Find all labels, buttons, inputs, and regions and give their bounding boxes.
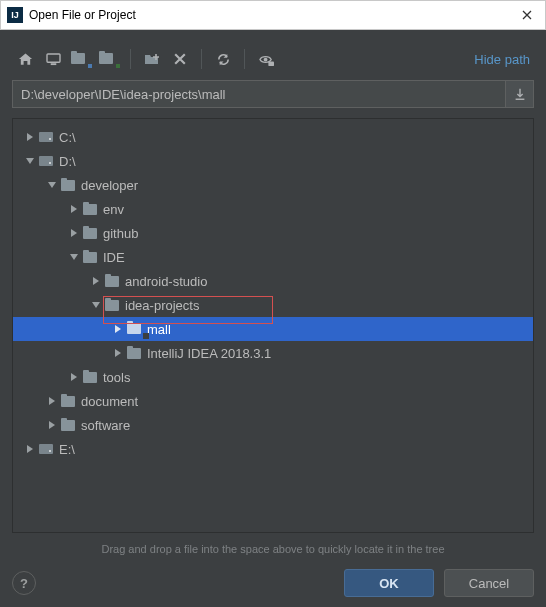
- tree-row-env[interactable]: env: [13, 197, 533, 221]
- folder-icon: [127, 348, 141, 359]
- new-folder-icon[interactable]: [139, 46, 165, 72]
- file-tree[interactable]: C:\ D:\ developer env github IDE: [12, 118, 534, 533]
- tree-row-intellij[interactable]: IntelliJ IDEA 2018.3.1: [13, 341, 533, 365]
- chevron-down-icon[interactable]: [69, 252, 79, 262]
- folder-icon: [83, 372, 97, 383]
- dialog-buttons: ? OK Cancel: [12, 569, 534, 597]
- chevron-right-icon[interactable]: [91, 276, 101, 286]
- folder-icon: [61, 180, 75, 191]
- chevron-right-icon[interactable]: [47, 396, 57, 406]
- svg-rect-0: [47, 53, 60, 61]
- chevron-down-icon[interactable]: [91, 300, 101, 310]
- history-dropdown-button[interactable]: [506, 80, 534, 108]
- chevron-right-icon[interactable]: [113, 324, 123, 334]
- folder-icon: [61, 396, 75, 407]
- folder-icon: [127, 323, 141, 334]
- desktop-icon[interactable]: [40, 46, 66, 72]
- tree-row-e[interactable]: E:\: [13, 437, 533, 461]
- tree-row-tools[interactable]: tools: [13, 365, 533, 389]
- window-title: Open File or Project: [29, 8, 515, 22]
- tree-label: tools: [103, 370, 130, 385]
- drive-icon: [39, 156, 53, 166]
- drag-drop-hint: Drag and drop a file into the space abov…: [12, 543, 534, 555]
- chevron-right-icon[interactable]: [69, 228, 79, 238]
- path-input[interactable]: [12, 80, 506, 108]
- chevron-right-icon[interactable]: [25, 444, 35, 454]
- home-icon[interactable]: [12, 46, 38, 72]
- hide-path-link[interactable]: Hide path: [474, 52, 534, 67]
- folder-icon: [83, 252, 97, 263]
- ok-button[interactable]: OK: [344, 569, 434, 597]
- toolbar: Hide path: [12, 44, 534, 74]
- help-button[interactable]: ?: [12, 571, 36, 595]
- open-file-dialog: Hide path C:\ D:\ developer env: [0, 30, 546, 607]
- app-logo-icon: IJ: [7, 7, 23, 23]
- folder-icon: [105, 276, 119, 287]
- cancel-button[interactable]: Cancel: [444, 569, 534, 597]
- toolbar-separator: [130, 49, 131, 69]
- tree-label: idea-projects: [125, 298, 199, 313]
- folder-icon: [105, 300, 119, 311]
- tree-label: IDE: [103, 250, 125, 265]
- tree-label: android-studio: [125, 274, 207, 289]
- tree-row-idea-projects[interactable]: idea-projects: [13, 293, 533, 317]
- tree-row-d[interactable]: D:\: [13, 149, 533, 173]
- tree-label: IntelliJ IDEA 2018.3.1: [147, 346, 271, 361]
- svg-rect-3: [268, 61, 274, 66]
- folder-icon: [83, 228, 97, 239]
- delete-icon[interactable]: [167, 46, 193, 72]
- tree-row-c[interactable]: C:\: [13, 125, 533, 149]
- chevron-right-icon[interactable]: [113, 348, 123, 358]
- project-folder-icon[interactable]: [68, 46, 94, 72]
- tree-label: mall: [147, 322, 171, 337]
- path-row: [12, 80, 534, 108]
- tree-label: E:\: [59, 442, 75, 457]
- tree-row-document[interactable]: document: [13, 389, 533, 413]
- chevron-right-icon[interactable]: [47, 420, 57, 430]
- tree-label: software: [81, 418, 130, 433]
- svg-rect-1: [50, 63, 56, 65]
- tree-label: C:\: [59, 130, 76, 145]
- window-close-button[interactable]: [515, 3, 539, 27]
- folder-icon: [61, 420, 75, 431]
- toolbar-separator: [201, 49, 202, 69]
- chevron-down-icon[interactable]: [25, 156, 35, 166]
- chevron-right-icon[interactable]: [69, 372, 79, 382]
- tree-row-android-studio[interactable]: android-studio: [13, 269, 533, 293]
- chevron-right-icon[interactable]: [25, 132, 35, 142]
- show-hidden-icon[interactable]: [253, 46, 279, 72]
- titlebar: IJ Open File or Project: [0, 0, 546, 30]
- tree-row-software[interactable]: software: [13, 413, 533, 437]
- cancel-label: Cancel: [469, 576, 509, 591]
- toolbar-separator: [244, 49, 245, 69]
- refresh-icon[interactable]: [210, 46, 236, 72]
- folder-icon: [83, 204, 97, 215]
- tree-row-developer[interactable]: developer: [13, 173, 533, 197]
- tree-label: env: [103, 202, 124, 217]
- tree-label: document: [81, 394, 138, 409]
- module-folder-icon[interactable]: [96, 46, 122, 72]
- drive-icon: [39, 444, 53, 454]
- tree-label: D:\: [59, 154, 76, 169]
- tree-label: github: [103, 226, 138, 241]
- tree-label: developer: [81, 178, 138, 193]
- ok-label: OK: [379, 576, 399, 591]
- drive-icon: [39, 132, 53, 142]
- chevron-right-icon[interactable]: [69, 204, 79, 214]
- tree-row-github[interactable]: github: [13, 221, 533, 245]
- svg-point-2: [263, 57, 267, 61]
- tree-row-mall[interactable]: mall: [13, 317, 533, 341]
- tree-row-ide[interactable]: IDE: [13, 245, 533, 269]
- chevron-down-icon[interactable]: [47, 180, 57, 190]
